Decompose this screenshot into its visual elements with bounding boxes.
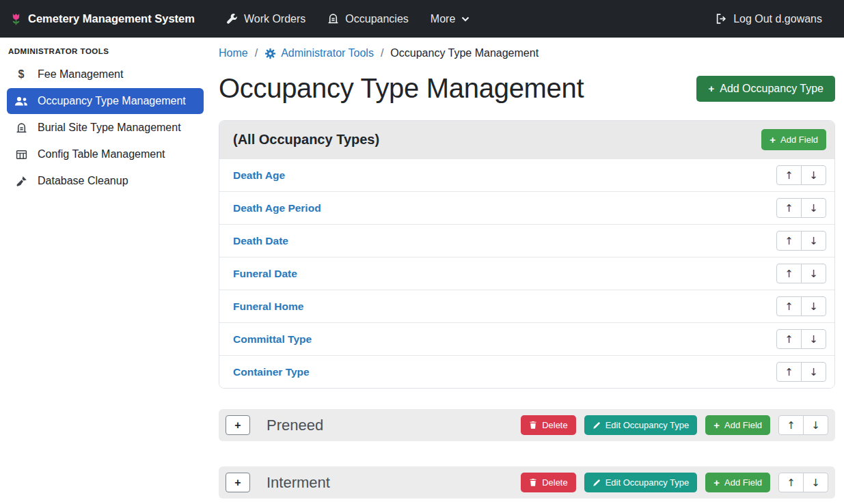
arrow-up-icon: ↑ [787,419,795,432]
move-down-button[interactable]: ↓ [801,264,826,283]
arrow-down-icon: ↓ [809,268,818,280]
field-link[interactable]: Death Age [233,169,285,182]
delete-button[interactable]: Delete [521,415,576,435]
move-up-button[interactable]: ↑ [776,296,802,316]
move-up-button[interactable]: ↑ [776,329,802,349]
dollar-icon: $ [14,68,29,81]
add-field-label: Add Field [780,135,818,145]
move-down-button[interactable]: ↓ [801,296,826,316]
field-link[interactable]: Death Date [233,235,288,247]
arrow-up-icon: ↑ [785,366,793,378]
all-occupancy-types-card: (All Occupancy Types) + Add Field Death … [219,120,835,389]
sidebar-item-database-cleanup[interactable]: Database Cleanup [7,168,204,194]
edit-occupancy-type-button[interactable]: Edit Occupancy Type [584,415,698,435]
move-down-button[interactable]: ↓ [801,329,826,349]
move-up-button[interactable]: ↑ [776,198,802,218]
field-link[interactable]: Funeral Date [233,268,297,280]
tombstone-icon [14,122,29,134]
nav-occupancies[interactable]: Occupancies [316,0,420,38]
add-field-button[interactable]: + Add Field [705,415,770,435]
nav-label: Work Orders [244,13,305,25]
add-field-label: Add Field [724,420,762,430]
move-down-button[interactable]: ↓ [801,198,826,218]
sidebar-item-label: Fee Management [38,68,123,81]
arrow-down-icon: ↓ [809,333,818,346]
arrow-down-icon: ↓ [811,477,820,489]
arrow-up-icon: ↑ [785,268,793,280]
broom-icon [14,176,29,187]
nav-work-orders[interactable]: Work Orders [215,0,316,38]
move-up-button[interactable]: ↑ [776,264,802,283]
section-title: Interment [267,474,330,492]
expand-button[interactable]: + [226,415,250,435]
field-link[interactable]: Container Type [233,366,310,378]
add-field-label: Add Field [724,477,762,488]
logout-button[interactable]: Log Out d.gowans [705,0,833,38]
sidebar-item-occupancy-type-management[interactable]: Occupancy Type Management [7,88,204,114]
move-up-button[interactable]: ↑ [778,415,804,435]
arrow-up-icon: ↑ [785,202,793,214]
move-up-button[interactable]: ↑ [776,165,802,185]
edit-occupancy-type-button[interactable]: Edit Occupancy Type [584,473,698,492]
plus-icon: + [713,420,720,430]
reorder-button-group: ↑ ↓ [776,231,826,251]
nav-more[interactable]: More [420,0,480,38]
sidebar-item-config-table-management[interactable]: Config Table Management [7,141,204,167]
add-occupancy-type-button[interactable]: + Add Occupancy Type [696,76,835,102]
field-link[interactable]: Committal Type [233,333,312,346]
app-title: Cemetery Management System [28,12,195,25]
sidebar-item-label: Occupancy Type Management [38,95,186,107]
sidebar-heading: Administrator Tools [0,38,210,61]
add-field-button[interactable]: + Add Field [705,473,770,492]
main-content: Home / Administrator Tools / Occupancy T… [210,38,844,504]
field-list: Death Age ↑ ↓ Death Age Period ↑ ↓ Death… [219,158,834,388]
add-field-button[interactable]: + Add Field [761,129,826,150]
reorder-button-group: ↑ ↓ [776,165,826,185]
field-link[interactable]: Death Age Period [233,202,321,214]
sidebar-item-label: Database Cleanup [38,175,128,187]
logout-icon [716,13,727,25]
arrow-down-icon: ↓ [811,419,820,432]
move-down-button[interactable]: ↓ [801,165,826,185]
work-orders-icon [226,13,238,25]
move-up-button[interactable]: ↑ [778,473,804,492]
nav-label: Occupancies [345,13,409,25]
occupancy-type-section: + Interment Delete Edit Occupancy Type +… [219,466,835,499]
plus-icon: + [708,83,714,94]
move-down-button[interactable]: ↓ [801,362,826,382]
sidebar: Administrator Tools $ Fee Management Occ… [0,38,210,504]
edit-occupancy-type-label: Edit Occupancy Type [605,477,690,488]
logout-label: Log Out d.gowans [733,13,822,25]
sidebar-item-burial-site-type-management[interactable]: Burial Site Type Management [7,115,204,141]
table-icon [14,149,29,160]
move-down-button[interactable]: ↓ [803,415,828,435]
move-down-button[interactable]: ↓ [801,231,826,251]
breadcrumb-separator: / [255,47,258,59]
sidebar-item-fee-management[interactable]: $ Fee Management [7,61,204,87]
arrow-down-icon: ↓ [809,235,818,247]
arrow-up-icon: ↑ [785,300,793,313]
move-up-button[interactable]: ↑ [776,362,802,382]
occupancy-type-section: + Preneed Delete Edit Occupancy Type + A… [219,409,835,441]
chevron-down-icon [461,16,469,22]
breadcrumb-home[interactable]: Home [219,47,248,59]
field-link[interactable]: Funeral Home [233,300,303,313]
breadcrumb: Home / Administrator Tools / Occupancy T… [219,47,835,59]
arrow-up-icon: ↑ [785,235,793,247]
reorder-button-group: ↑ ↓ [778,415,828,435]
breadcrumb-current: Occupancy Type Management [390,47,539,59]
field-row: Death Date ↑ ↓ [219,224,834,257]
reorder-button-group: ↑ ↓ [776,264,826,283]
arrow-up-icon: ↑ [785,333,793,346]
breadcrumb-separator: / [381,47,383,59]
delete-button[interactable]: Delete [521,473,576,492]
expand-button[interactable]: + [226,473,250,492]
delete-label: Delete [542,477,568,488]
app-brand[interactable]: Cemetery Management System [11,12,195,26]
move-down-button[interactable]: ↓ [803,473,828,492]
move-up-button[interactable]: ↑ [776,231,802,251]
field-row: Death Age Period ↑ ↓ [219,191,834,224]
users-icon [14,96,29,107]
delete-label: Delete [542,420,568,430]
breadcrumb-administrator-tools[interactable]: Administrator Tools [264,47,374,59]
